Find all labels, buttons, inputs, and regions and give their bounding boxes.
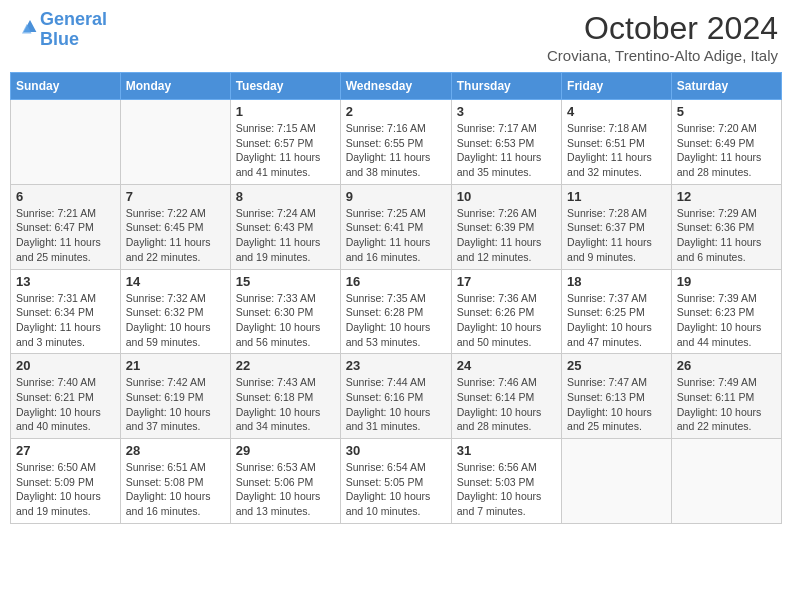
calendar-week-3: 13Sunrise: 7:31 AMSunset: 6:34 PMDayligh… [11,269,782,354]
calendar-cell: 28Sunrise: 6:51 AMSunset: 5:08 PMDayligh… [120,439,230,524]
day-info: Sunrise: 6:56 AMSunset: 5:03 PMDaylight:… [457,460,556,519]
title-block: October 2024 Croviana, Trentino-Alto Adi… [547,10,778,64]
day-info: Sunrise: 7:24 AMSunset: 6:43 PMDaylight:… [236,206,335,265]
col-header-wednesday: Wednesday [340,73,451,100]
day-number: 12 [677,189,776,204]
month-title: October 2024 [547,10,778,47]
day-info: Sunrise: 7:35 AMSunset: 6:28 PMDaylight:… [346,291,446,350]
day-number: 19 [677,274,776,289]
calendar-cell: 20Sunrise: 7:40 AMSunset: 6:21 PMDayligh… [11,354,121,439]
day-number: 29 [236,443,335,458]
day-info: Sunrise: 7:15 AMSunset: 6:57 PMDaylight:… [236,121,335,180]
day-info: Sunrise: 7:28 AMSunset: 6:37 PMDaylight:… [567,206,666,265]
day-number: 11 [567,189,666,204]
day-info: Sunrise: 6:54 AMSunset: 5:05 PMDaylight:… [346,460,446,519]
calendar-cell: 24Sunrise: 7:46 AMSunset: 6:14 PMDayligh… [451,354,561,439]
day-number: 28 [126,443,225,458]
page-header: General Blue October 2024 Croviana, Tren… [10,10,782,64]
logo-line2: Blue [40,29,79,49]
day-number: 20 [16,358,115,373]
day-number: 4 [567,104,666,119]
day-info: Sunrise: 7:22 AMSunset: 6:45 PMDaylight:… [126,206,225,265]
day-number: 27 [16,443,115,458]
day-number: 17 [457,274,556,289]
day-info: Sunrise: 7:25 AMSunset: 6:41 PMDaylight:… [346,206,446,265]
day-number: 13 [16,274,115,289]
calendar-cell: 16Sunrise: 7:35 AMSunset: 6:28 PMDayligh… [340,269,451,354]
calendar-cell: 11Sunrise: 7:28 AMSunset: 6:37 PMDayligh… [562,184,672,269]
calendar-cell [562,439,672,524]
day-info: Sunrise: 7:26 AMSunset: 6:39 PMDaylight:… [457,206,556,265]
day-info: Sunrise: 7:18 AMSunset: 6:51 PMDaylight:… [567,121,666,180]
day-info: Sunrise: 7:39 AMSunset: 6:23 PMDaylight:… [677,291,776,350]
calendar-cell: 17Sunrise: 7:36 AMSunset: 6:26 PMDayligh… [451,269,561,354]
calendar-table: SundayMondayTuesdayWednesdayThursdayFrid… [10,72,782,524]
day-info: Sunrise: 6:51 AMSunset: 5:08 PMDaylight:… [126,460,225,519]
calendar-cell: 15Sunrise: 7:33 AMSunset: 6:30 PMDayligh… [230,269,340,354]
day-number: 5 [677,104,776,119]
day-number: 24 [457,358,556,373]
calendar-cell: 9Sunrise: 7:25 AMSunset: 6:41 PMDaylight… [340,184,451,269]
calendar-cell: 31Sunrise: 6:56 AMSunset: 5:03 PMDayligh… [451,439,561,524]
day-info: Sunrise: 7:36 AMSunset: 6:26 PMDaylight:… [457,291,556,350]
calendar-cell: 8Sunrise: 7:24 AMSunset: 6:43 PMDaylight… [230,184,340,269]
day-info: Sunrise: 6:50 AMSunset: 5:09 PMDaylight:… [16,460,115,519]
day-number: 26 [677,358,776,373]
calendar-cell [671,439,781,524]
day-number: 8 [236,189,335,204]
day-number: 10 [457,189,556,204]
day-info: Sunrise: 7:42 AMSunset: 6:19 PMDaylight:… [126,375,225,434]
calendar-cell: 1Sunrise: 7:15 AMSunset: 6:57 PMDaylight… [230,100,340,185]
col-header-tuesday: Tuesday [230,73,340,100]
col-header-saturday: Saturday [671,73,781,100]
day-info: Sunrise: 7:47 AMSunset: 6:13 PMDaylight:… [567,375,666,434]
day-info: Sunrise: 7:20 AMSunset: 6:49 PMDaylight:… [677,121,776,180]
day-info: Sunrise: 7:29 AMSunset: 6:36 PMDaylight:… [677,206,776,265]
day-number: 23 [346,358,446,373]
day-number: 30 [346,443,446,458]
day-number: 22 [236,358,335,373]
calendar-cell: 6Sunrise: 7:21 AMSunset: 6:47 PMDaylight… [11,184,121,269]
day-info: Sunrise: 7:40 AMSunset: 6:21 PMDaylight:… [16,375,115,434]
calendar-cell: 12Sunrise: 7:29 AMSunset: 6:36 PMDayligh… [671,184,781,269]
day-number: 31 [457,443,556,458]
logo-line1: General [40,9,107,29]
calendar-cell: 19Sunrise: 7:39 AMSunset: 6:23 PMDayligh… [671,269,781,354]
calendar-cell: 10Sunrise: 7:26 AMSunset: 6:39 PMDayligh… [451,184,561,269]
logo-icon [14,16,38,40]
calendar-header-row: SundayMondayTuesdayWednesdayThursdayFrid… [11,73,782,100]
day-info: Sunrise: 7:21 AMSunset: 6:47 PMDaylight:… [16,206,115,265]
col-header-friday: Friday [562,73,672,100]
day-info: Sunrise: 7:31 AMSunset: 6:34 PMDaylight:… [16,291,115,350]
day-info: Sunrise: 7:16 AMSunset: 6:55 PMDaylight:… [346,121,446,180]
day-number: 6 [16,189,115,204]
calendar-cell: 30Sunrise: 6:54 AMSunset: 5:05 PMDayligh… [340,439,451,524]
col-header-thursday: Thursday [451,73,561,100]
day-number: 16 [346,274,446,289]
day-number: 1 [236,104,335,119]
col-header-sunday: Sunday [11,73,121,100]
day-info: Sunrise: 7:17 AMSunset: 6:53 PMDaylight:… [457,121,556,180]
col-header-monday: Monday [120,73,230,100]
day-info: Sunrise: 7:37 AMSunset: 6:25 PMDaylight:… [567,291,666,350]
calendar-cell: 27Sunrise: 6:50 AMSunset: 5:09 PMDayligh… [11,439,121,524]
calendar-cell: 29Sunrise: 6:53 AMSunset: 5:06 PMDayligh… [230,439,340,524]
day-number: 3 [457,104,556,119]
location-title: Croviana, Trentino-Alto Adige, Italy [547,47,778,64]
day-number: 15 [236,274,335,289]
calendar-week-2: 6Sunrise: 7:21 AMSunset: 6:47 PMDaylight… [11,184,782,269]
calendar-week-4: 20Sunrise: 7:40 AMSunset: 6:21 PMDayligh… [11,354,782,439]
calendar-week-1: 1Sunrise: 7:15 AMSunset: 6:57 PMDaylight… [11,100,782,185]
calendar-cell: 25Sunrise: 7:47 AMSunset: 6:13 PMDayligh… [562,354,672,439]
calendar-cell: 4Sunrise: 7:18 AMSunset: 6:51 PMDaylight… [562,100,672,185]
day-number: 14 [126,274,225,289]
day-number: 25 [567,358,666,373]
day-number: 18 [567,274,666,289]
day-info: Sunrise: 7:49 AMSunset: 6:11 PMDaylight:… [677,375,776,434]
day-number: 21 [126,358,225,373]
calendar-cell: 14Sunrise: 7:32 AMSunset: 6:32 PMDayligh… [120,269,230,354]
logo-text: General Blue [40,10,107,50]
calendar-cell: 21Sunrise: 7:42 AMSunset: 6:19 PMDayligh… [120,354,230,439]
calendar-cell: 23Sunrise: 7:44 AMSunset: 6:16 PMDayligh… [340,354,451,439]
day-number: 7 [126,189,225,204]
